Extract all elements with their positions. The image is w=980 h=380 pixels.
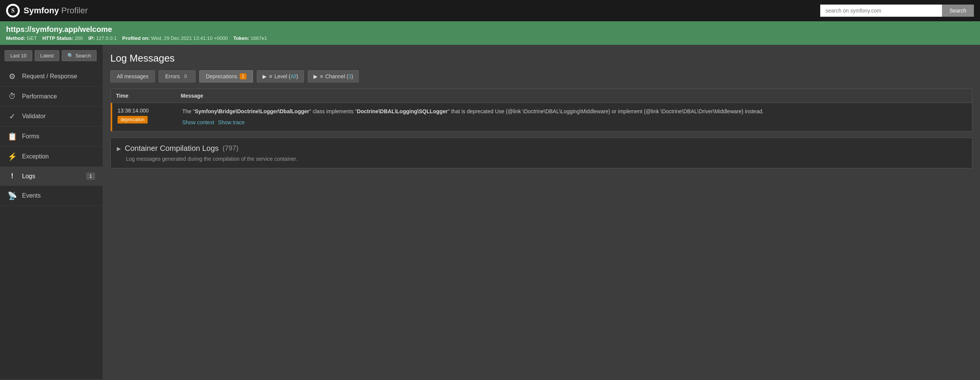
svg-text:S: S	[11, 7, 15, 14]
collapse-icon[interactable]: ▶	[117, 146, 121, 152]
compilation-section: ▶ Container Compilation Logs (797) Log m…	[110, 138, 972, 168]
sidebar-item-performance[interactable]: ⏱ Performance	[0, 87, 103, 106]
compilation-count: (797)	[223, 144, 239, 152]
request-meta: Method: GET HTTP Status: 200 IP: 127.0.0…	[6, 35, 974, 41]
triangle-icon: ▶	[262, 73, 267, 79]
sidebar-item-label: Events	[22, 192, 95, 199]
logs-badge: 1	[86, 173, 95, 180]
all-messages-button[interactable]: All messages	[110, 70, 155, 82]
triangle-icon-2: ▶	[313, 73, 318, 79]
level-value: All	[290, 73, 296, 79]
sidebar-item-logs[interactable]: ! Logs 1	[0, 167, 103, 186]
deprecation-badge: deprecation	[118, 116, 148, 124]
sidebar-item-label: Request / Response	[22, 73, 95, 80]
deprecations-label: Deprecations	[206, 73, 237, 79]
sidebar-item-label: Performance	[22, 93, 95, 100]
latest-button[interactable]: Latest	[35, 50, 59, 61]
show-trace-link[interactable]: Show trace	[218, 119, 245, 127]
search-icon: 🔍	[67, 53, 73, 59]
status-value: 200	[75, 35, 83, 41]
forms-icon: 📋	[8, 132, 17, 141]
class-name-1: Symfony\Bridge\Doctrine\Logger\DbalLogge…	[195, 108, 309, 114]
channel-dropdown[interactable]: ▶ ≡ Channel (3)	[308, 70, 359, 82]
sidebar-item-request-response[interactable]: ⚙ Request / Response	[0, 66, 103, 87]
sidebar-item-validator[interactable]: ✓ Validator	[0, 106, 103, 127]
url-bar: https://symfony.app/welcome Method: GET …	[0, 21, 980, 45]
compilation-title: Container Compilation Logs	[125, 144, 219, 153]
header-title: Symfony Profiler	[24, 6, 88, 16]
check-icon: ✓	[8, 112, 17, 121]
profiled-value: Wed, 29 Dec 2021 13:41:10 +0000	[151, 35, 228, 41]
logs-icon: !	[8, 172, 17, 180]
errors-button[interactable]: Errors 0	[159, 70, 196, 82]
gear-icon: ⚙	[8, 72, 17, 81]
sidebar-item-label: Validator	[22, 113, 95, 120]
search-input[interactable]	[820, 5, 942, 17]
equals-icon-2: ≡	[320, 73, 323, 79]
sidebar-item-exception[interactable]: ⚡ Exception	[0, 147, 103, 167]
compilation-header: ▶ Container Compilation Logs (797)	[117, 144, 966, 153]
status-label: HTTP Status:	[42, 35, 73, 41]
deprecations-count: 1	[240, 73, 247, 79]
log-time-cell: 13:38:14.000 deprecation	[112, 103, 177, 131]
log-message-cell: The "Symfony\Bridge\Doctrine\Logger\Dbal…	[177, 103, 972, 131]
header-left: S Symfony Profiler	[6, 4, 88, 17]
clock-icon: ⏱	[8, 92, 17, 101]
col-time-header: Time	[116, 93, 181, 99]
ip-value: 127.0.0.1	[96, 35, 117, 41]
channel-value: 3	[348, 73, 352, 79]
page-title: Log Messages	[110, 52, 972, 64]
ip-label: IP:	[88, 35, 95, 41]
show-context-link[interactable]: Show context	[182, 119, 214, 127]
table-row: 13:38:14.000 deprecation The "Symfony\Br…	[111, 103, 972, 131]
errors-label: Errors	[165, 73, 180, 79]
sidebar-item-label: Forms	[22, 133, 95, 140]
class-name-2: Doctrine\DBAL\Logging\SQLLogger	[357, 108, 448, 114]
body-layout: Last 10 Latest 🔍 Search ⚙ Request / Resp…	[0, 45, 980, 379]
token-value: 1667e1	[251, 35, 267, 41]
header-search: Search	[820, 5, 974, 17]
log-time-value: 13:38:14.000	[118, 108, 172, 114]
channel-label: Channel (3)	[325, 73, 353, 79]
filter-bar: All messages Errors 0 Deprecations 1 ▶ ≡…	[110, 70, 972, 82]
log-table-header: Time Message	[111, 89, 972, 103]
search-button-sidebar[interactable]: 🔍 Search	[62, 50, 97, 61]
level-dropdown[interactable]: ▶ ≡ Level (All)	[257, 70, 304, 82]
symfony-logo-icon: S	[6, 4, 20, 17]
events-icon: 📡	[8, 191, 17, 200]
method-value: GET	[27, 35, 37, 41]
deprecations-button[interactable]: Deprecations 1	[199, 70, 253, 82]
log-message-links: Show context Show trace	[182, 119, 967, 127]
request-url: https://symfony.app/welcome	[6, 25, 974, 34]
last10-button[interactable]: Last 10	[5, 50, 32, 61]
sidebar-item-label: Exception	[22, 153, 95, 160]
header: S Symfony Profiler Search	[0, 0, 980, 21]
exception-icon: ⚡	[8, 152, 17, 161]
col-message-header: Message	[181, 93, 967, 99]
main-content: Log Messages All messages Errors 0 Depre…	[103, 45, 980, 379]
search-label: Search	[75, 53, 91, 59]
level-label: Level (All)	[274, 73, 298, 79]
profiled-label: Profiled on:	[122, 35, 150, 41]
token-label: Token:	[233, 35, 249, 41]
search-button[interactable]: Search	[942, 5, 974, 17]
sidebar-item-label: Logs	[22, 173, 81, 180]
sidebar-item-forms[interactable]: 📋 Forms	[0, 127, 103, 147]
log-table: Time Message 13:38:14.000 deprecation Th…	[110, 89, 972, 131]
sidebar-nav: ⚙ Request / Response ⏱ Performance ✓ Val…	[0, 66, 103, 206]
method-label: Method:	[6, 35, 25, 41]
errors-count: 0	[182, 73, 189, 79]
equals-icon: ≡	[269, 73, 272, 79]
sidebar-top-buttons: Last 10 Latest 🔍 Search	[0, 45, 103, 66]
compilation-description: Log messages generated during the compil…	[126, 156, 966, 162]
sidebar: Last 10 Latest 🔍 Search ⚙ Request / Resp…	[0, 45, 103, 379]
log-message-text: The "Symfony\Bridge\Doctrine\Logger\Dbal…	[182, 108, 967, 116]
sidebar-item-events[interactable]: 📡 Events	[0, 186, 103, 206]
